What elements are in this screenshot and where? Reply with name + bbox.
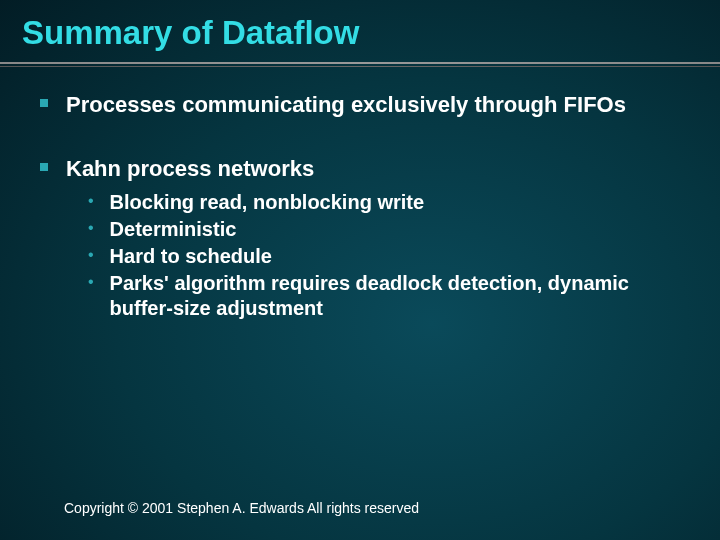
sub-bullet-text: Parks' algorithm requires deadlock detec… [110, 271, 680, 321]
title-divider [0, 62, 720, 64]
square-bullet-icon [40, 163, 48, 171]
list-item: • Deterministic [88, 217, 680, 242]
nested-list: • Blocking read, nonblocking write • Det… [88, 190, 680, 321]
sub-bullet-text: Blocking read, nonblocking write [110, 190, 424, 215]
sub-bullet-text: Deterministic [110, 217, 237, 242]
dot-bullet-icon: • [88, 247, 94, 263]
slide-content: Processes communicating exclusively thro… [0, 67, 720, 321]
list-item: • Parks' algorithm requires deadlock det… [88, 271, 680, 321]
dot-bullet-icon: • [88, 193, 94, 209]
copyright-footer: Copyright © 2001 Stephen A. Edwards All … [64, 500, 419, 516]
list-item: Kahn process networks [40, 155, 680, 183]
list-item: • Hard to schedule [88, 244, 680, 269]
bullet-text: Kahn process networks [66, 155, 314, 183]
list-item: Processes communicating exclusively thro… [40, 91, 680, 119]
dot-bullet-icon: • [88, 220, 94, 236]
dot-bullet-icon: • [88, 274, 94, 290]
slide-title: Summary of Dataflow [0, 0, 720, 62]
square-bullet-icon [40, 99, 48, 107]
bullet-text: Processes communicating exclusively thro… [66, 91, 626, 119]
sub-bullet-text: Hard to schedule [110, 244, 272, 269]
list-item: • Blocking read, nonblocking write [88, 190, 680, 215]
